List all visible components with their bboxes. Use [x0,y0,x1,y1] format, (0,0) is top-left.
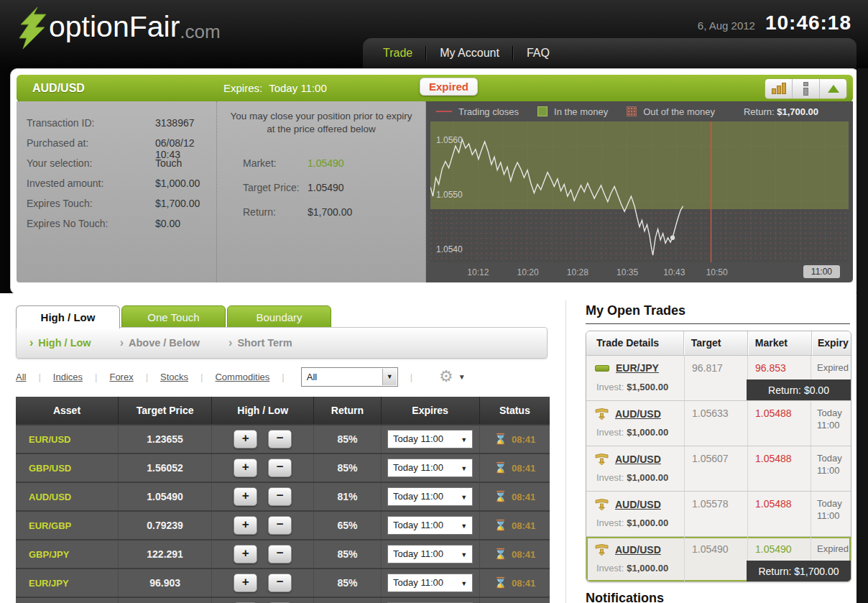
y-tick-label: 1.0560 [436,135,463,145]
filter-separator: | [146,372,148,382]
detail-label: Purchased at: [27,137,88,149]
nav-separator [512,46,514,60]
asset-return: 85% [337,577,357,589]
asset-return: 65% [337,520,357,531]
invest-label: Invest: [596,517,624,528]
low-minus-button[interactable]: − [268,459,292,477]
subnav-above-below[interactable]: ›Above / Below [120,337,200,349]
asset-target-price: 1.05490 [147,491,183,502]
filter-separator: | [282,372,284,382]
trade-pair-link[interactable]: AUD/USD [615,408,661,420]
current-date: 6, Aug 2012 [698,19,755,32]
select-caret: ▼ [461,436,467,443]
high-plus-button[interactable]: + [234,516,257,535]
open-trades-title: My Open Trades [586,303,850,324]
hourglass-icon: ⌛ [494,490,507,503]
asset-row: GBP/JPY122.291+−85%Today 11:00▼⌛08:41 [16,539,550,568]
tab-boundary[interactable]: Boundary [227,305,331,328]
trade-pair-link[interactable]: AUD/USD [615,544,661,556]
high-plus-button[interactable]: + [234,430,257,448]
info-icon[interactable] [792,79,819,98]
category-select[interactable]: All ▼ [301,367,398,387]
expires-select-value: Today 11:00 [388,459,472,477]
subnav-label: Short Term [237,337,292,349]
filter-all[interactable]: All [16,372,26,382]
detail-row: Expires Touch:$1,700.00 [27,198,216,218]
invest-label: Invest: [596,563,624,574]
y-tick-label: 1.0550 [436,190,463,200]
trade-pair-link[interactable]: AUD/USD [615,454,661,465]
trade-target-cell: 1.05578 [684,492,748,536]
filter-stocks[interactable]: Stocks [160,372,188,382]
low-minus-button[interactable]: − [268,430,292,448]
low-minus-button[interactable]: − [268,545,292,563]
detail-label: Expires No Touch: [27,218,108,229]
x-tick-label: 10:43 [663,267,685,277]
detail-row: Transaction ID:3138967 [27,117,216,137]
settings-control[interactable]: ⚙ ▼ [439,367,466,386]
legend-out-money: Out of the money [627,106,715,117]
trade-panel-header: AUD/USD Expires:Today 11:00 Expired [17,75,853,102]
detail-label: Transaction ID: [27,117,94,129]
top-header: optionFair .com 6, Aug 2012 10:46:18 Tra… [0,0,868,68]
invest-label: Invest: [596,382,624,392]
trade-pair-link[interactable]: AUD/USD [615,499,661,510]
trade-panel: AUD/USD Expires:Today 11:00 Expired Tran… [10,68,859,295]
trade-pair-line: AUD/USD [595,453,661,465]
high-plus-button[interactable]: + [234,574,257,592]
bar-chart-icon[interactable] [765,79,792,98]
lower-section: High / Low One Touch Boundary ›High / Lo… [0,293,857,603]
filter-forex[interactable]: Forex [109,372,133,382]
select-caret: ▼ [461,580,467,587]
filter-commodities[interactable]: Commodities [215,372,269,382]
nav-my-account[interactable]: My Account [440,47,499,60]
invest-label: Invest: [596,472,624,483]
legend-in-money: In the money [537,106,608,117]
trade-pair-link[interactable]: EUR/JPY [616,362,659,374]
brand-logo[interactable]: optionFair .com [16,6,221,57]
low-minus-button[interactable]: − [268,574,292,592]
low-minus-button[interactable]: − [268,516,292,535]
x-axis: 11:00 10:1210:2010:2810:3510:4310:50 [430,264,849,281]
filter-indices[interactable]: Indices [53,372,83,382]
triangle-glyph [828,85,839,93]
subnav-high-low[interactable]: ›High / Low [29,337,91,349]
high-plus-button[interactable]: + [234,487,257,506]
expires-select[interactable]: Today 11:00▼ [387,574,473,592]
trade-target-cell: 96.817 [684,356,748,400]
high-plus-button[interactable]: + [234,545,257,563]
expires-select[interactable]: Today 11:00▼ [387,487,473,506]
offer-rows: Market:1.05490 Target Price:1.05490 Retu… [217,157,425,231]
nav-trade[interactable]: Trade [383,47,412,60]
time-remaining: 08:41 [512,578,535,589]
chevron-right-icon: › [228,337,232,349]
return-badge: Return: $1,700.00 [747,561,851,581]
expires-select[interactable]: Today 11:00▼ [387,516,473,535]
offer-row: Return:$1,700.00 [217,206,425,231]
subnav-short-term[interactable]: ›Short Term [228,337,292,349]
main-nav: Trade My Account FAQ [363,38,857,68]
low-minus-button[interactable]: − [268,487,292,506]
col-target: Target [683,331,747,355]
tab-one-touch[interactable]: One Touch [121,305,226,328]
expires-select[interactable]: Today 11:00▼ [387,430,473,448]
trade-target-cell: 1.05607 [684,446,748,491]
assets-table-body: EUR/USD1.23655+−85%Today 11:00▼⌛08:41GBP… [16,424,550,603]
asset-row: EUR/GBP0.79239+−65%Today 11:00▼⌛08:41 [16,510,550,539]
high-plus-button[interactable]: + [234,459,257,477]
trade-market-cell: 1.05488 [747,492,811,536]
subnav-label: High / Low [38,337,91,349]
expires-select[interactable]: Today 11:00▼ [387,459,473,477]
expires-select[interactable]: Today 11:00▼ [387,545,473,563]
collapse-up-icon[interactable] [819,79,846,98]
expires-select-value: Today 11:00 [388,517,472,534]
brand-name: optionFair [49,6,180,47]
nav-faq[interactable]: FAQ [527,47,550,60]
tab-high-low[interactable]: High / Low [16,305,120,328]
invest-label: Invest: [596,427,624,438]
boundary-icon [595,365,609,372]
legend-trading-closes: Trading closes [436,106,519,117]
trade-pair-line: AUD/USD [595,498,661,510]
detail-value: $0.00 [155,218,180,229]
trade-expiry-cell: Today 11:00 [811,446,850,491]
